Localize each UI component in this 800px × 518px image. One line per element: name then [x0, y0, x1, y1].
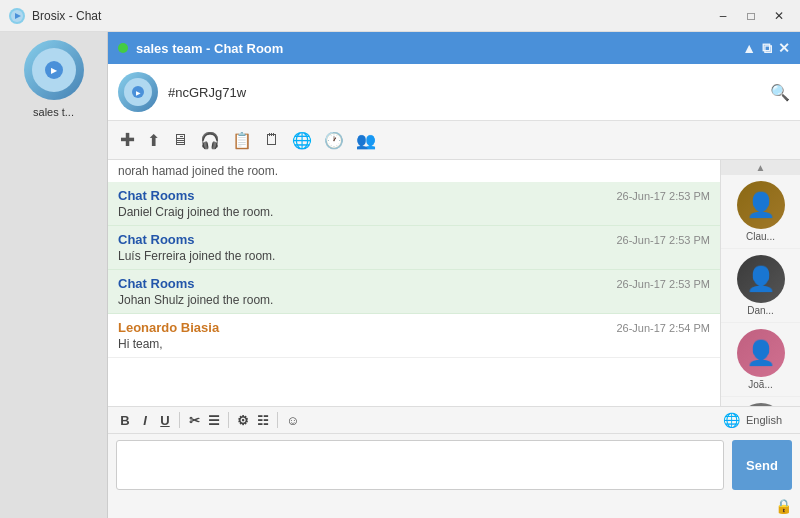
- message-header: Chat Rooms 26-Jun-17 2:53 PM: [118, 232, 710, 247]
- message-sender: Chat Rooms: [118, 276, 195, 291]
- language-icon: 🌐: [723, 412, 740, 428]
- collapse-icon[interactable]: ▲: [742, 40, 756, 57]
- message-text: Hi team,: [118, 337, 710, 351]
- messages-area: norah hamad joined the room. Chat Rooms …: [108, 160, 720, 406]
- participant-avatar: 👤: [737, 329, 785, 377]
- tool2-button[interactable]: ☰: [205, 411, 223, 430]
- message-time: 26-Jun-17 2:54 PM: [616, 322, 710, 334]
- message-text: Daniel Craig joined the room.: [118, 205, 710, 219]
- separator: [277, 412, 278, 428]
- separator: [179, 412, 180, 428]
- message-time: 26-Jun-17 2:53 PM: [616, 190, 710, 202]
- participant-item[interactable]: 👤 Joã...: [721, 323, 800, 397]
- room-search-icon[interactable]: 🔍: [770, 83, 790, 102]
- room-avatar: ▶: [118, 72, 158, 112]
- message-group: Leonardo Biasia 26-Jun-17 2:54 PM Hi tea…: [108, 314, 720, 358]
- minimize-button[interactable]: –: [710, 6, 736, 26]
- message-group: Chat Rooms 26-Jun-17 2:53 PM Johan Shulz…: [108, 270, 720, 314]
- emoji-button[interactable]: ☺: [283, 411, 302, 430]
- message-group: Chat Rooms 26-Jun-17 2:53 PM Daniel Crai…: [108, 182, 720, 226]
- main-container: ▶ sales t... sales team - Chat Room ▲ ⧉ …: [0, 32, 800, 518]
- avatar-play-icon: ▶: [45, 61, 63, 79]
- participant-name: Joã...: [748, 379, 772, 390]
- tool3-button[interactable]: ⚙: [234, 411, 252, 430]
- add-contact-icon[interactable]: ✚: [118, 127, 137, 153]
- tool4-button[interactable]: ☷: [254, 411, 272, 430]
- room-info-bar: ▶ #ncGRJg71w 🔍: [108, 64, 800, 121]
- message-input[interactable]: [116, 440, 724, 490]
- messages-and-participants: norah hamad joined the room. Chat Rooms …: [108, 160, 800, 406]
- window-controls: – □ ✕: [710, 6, 792, 26]
- format-toolbar: B I U ✂ ☰ ⚙ ☷ ☺: [116, 411, 302, 430]
- participant-avatar: 👤: [737, 181, 785, 229]
- message-header: Leonardo Biasia 26-Jun-17 2:54 PM: [118, 320, 710, 335]
- messages-scroll[interactable]: norah hamad joined the room. Chat Rooms …: [108, 160, 720, 406]
- separator: [228, 412, 229, 428]
- participant-name: Dan...: [747, 305, 774, 316]
- tool1-button[interactable]: ✂: [185, 411, 203, 430]
- chat-header: sales team - Chat Room ▲ ⧉ ✕: [108, 32, 800, 64]
- participants-panel: ▲ 👤 Clau... 👤 Dan... 👤: [720, 160, 800, 406]
- chat-room-title: sales team - Chat Room: [136, 41, 742, 56]
- app-icon: [8, 7, 26, 25]
- chat-toolbar: ✚ ⬆ 🖥 🎧 📋 🗒 🌐 🕐 👥: [108, 121, 800, 160]
- online-indicator: [118, 43, 128, 53]
- language-label: English: [746, 414, 782, 426]
- message-text: Luís Ferreira joined the room.: [118, 249, 710, 263]
- message-text: Johan Shulz joined the room.: [118, 293, 710, 307]
- language-bar: 🌐 English: [713, 410, 792, 430]
- sidebar-username: sales t...: [9, 106, 99, 118]
- message-time: 26-Jun-17 2:53 PM: [616, 278, 710, 290]
- chat-header-icons: ▲ ⧉ ✕: [742, 40, 790, 57]
- title-bar: Brosix - Chat – □ ✕: [0, 0, 800, 32]
- bottom-bar: B I U ✂ ☰ ⚙ ☷ ☺ 🌐 English: [108, 406, 800, 518]
- participant-avatar: 👤: [737, 255, 785, 303]
- chat-area: sales team - Chat Room ▲ ⧉ ✕ ▶ #ncGRJg71…: [108, 32, 800, 518]
- message-sender: Chat Rooms: [118, 188, 195, 203]
- participant-name: Clau...: [746, 231, 775, 242]
- group-icon[interactable]: 👥: [354, 129, 378, 152]
- message-sender: Chat Rooms: [118, 232, 195, 247]
- sidebar: ▶ sales t...: [0, 32, 108, 518]
- underline-button[interactable]: U: [156, 411, 174, 430]
- lock-row: 🔒: [108, 496, 800, 518]
- room-avatar-play: ▶: [132, 86, 144, 98]
- app-title: Brosix - Chat: [32, 9, 710, 23]
- message-time: 26-Jun-17 2:53 PM: [616, 234, 710, 246]
- close-button[interactable]: ✕: [766, 6, 792, 26]
- send-file-icon[interactable]: ⬆: [145, 129, 162, 152]
- web-icon[interactable]: 🌐: [290, 129, 314, 152]
- italic-button[interactable]: I: [136, 411, 154, 430]
- sidebar-avatar: ▶: [24, 40, 84, 100]
- send-button[interactable]: Send: [732, 440, 792, 490]
- chat-close-icon[interactable]: ✕: [778, 40, 790, 57]
- notes-icon[interactable]: 🗒: [262, 129, 282, 151]
- clipboard-icon[interactable]: 📋: [230, 129, 254, 152]
- export-icon[interactable]: ⧉: [762, 40, 772, 57]
- participant-item[interactable]: 👤 Clau...: [721, 175, 800, 249]
- message-sender: Leonardo Biasia: [118, 320, 219, 335]
- message-group: Chat Rooms 26-Jun-17 2:53 PM Luís Ferrei…: [108, 226, 720, 270]
- voice-chat-icon[interactable]: 🎧: [198, 129, 222, 152]
- message-header: Chat Rooms 26-Jun-17 2:53 PM: [118, 276, 710, 291]
- system-message: norah hamad joined the room.: [108, 160, 720, 182]
- lock-icon[interactable]: 🔒: [775, 498, 792, 514]
- maximize-button[interactable]: □: [738, 6, 764, 26]
- screen-share-icon[interactable]: 🖥: [170, 129, 190, 151]
- participant-item[interactable]: 👤 Dan...: [721, 249, 800, 323]
- bold-button[interactable]: B: [116, 411, 134, 430]
- history-icon[interactable]: 🕐: [322, 129, 346, 152]
- room-id: #ncGRJg71w: [168, 85, 770, 100]
- participants-scroll-up[interactable]: ▲: [721, 160, 800, 175]
- message-header: Chat Rooms 26-Jun-17 2:53 PM: [118, 188, 710, 203]
- participant-item[interactable]: 👤 Joh...: [721, 397, 800, 406]
- input-row: Send: [108, 434, 800, 496]
